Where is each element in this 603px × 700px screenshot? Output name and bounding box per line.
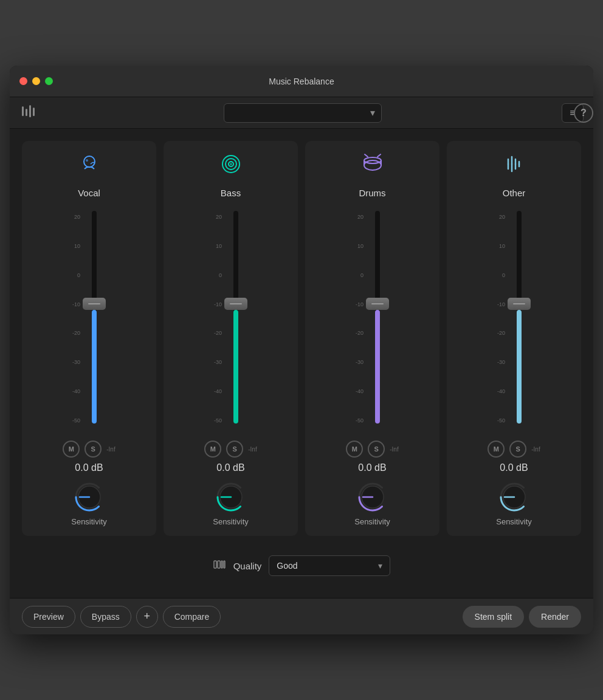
minimize-button[interactable] xyxy=(32,77,40,85)
bass-icon xyxy=(218,151,244,183)
plus-button[interactable]: + xyxy=(136,606,158,628)
drums-name: Drums xyxy=(359,188,385,198)
other-thumb[interactable] xyxy=(508,298,531,310)
bass-controls: M S -Inf xyxy=(171,441,291,458)
bass-fader[interactable] xyxy=(224,211,247,424)
bottom-bar: Preview Bypass + Compare Stem split Rend… xyxy=(10,598,593,634)
maximize-button[interactable] xyxy=(45,77,53,85)
other-fill xyxy=(517,310,522,424)
svg-rect-35 xyxy=(224,561,225,568)
bass-db-value: 0.0 dB xyxy=(216,462,244,473)
other-fader[interactable] xyxy=(508,211,531,424)
other-sensitivity-label: Sensitivity xyxy=(496,517,532,526)
titlebar: Music Rebalance xyxy=(10,66,593,97)
svg-point-11 xyxy=(230,163,232,165)
vocal-fader[interactable] xyxy=(83,211,106,424)
other-db-value: 0.0 dB xyxy=(500,462,528,473)
bass-sensitivity-container: Sensitivity xyxy=(213,481,249,526)
bass-mute-button[interactable]: M xyxy=(204,441,221,458)
stem-split-button[interactable]: Stem split xyxy=(463,606,524,628)
quality-value: Good xyxy=(277,561,297,571)
drums-track xyxy=(375,211,380,424)
other-mute-button[interactable]: M xyxy=(488,441,505,458)
svg-rect-2 xyxy=(29,105,31,117)
svg-rect-0 xyxy=(22,106,24,116)
channel-other: Other 20 10 0 -10 -20 -30 -40 -50 xyxy=(447,141,581,536)
other-sensitivity-container: Sensitivity xyxy=(496,481,532,526)
bass-inf-label: -Inf xyxy=(248,446,257,453)
question-icon: ? xyxy=(581,108,587,118)
help-button[interactable]: ? xyxy=(574,103,593,123)
drums-fader[interactable] xyxy=(366,211,389,424)
bypass-button[interactable]: Bypass xyxy=(80,606,131,628)
quality-chevron-icon: ▾ xyxy=(378,561,382,571)
traffic-lights xyxy=(19,77,53,85)
other-inf-label: -Inf xyxy=(531,446,540,453)
other-solo-button[interactable]: S xyxy=(509,441,526,458)
bass-scale: 20 10 0 -10 -20 -30 -40 -50 xyxy=(214,211,222,424)
bass-track xyxy=(233,211,238,424)
other-icon xyxy=(501,151,528,183)
vocal-name: Vocal xyxy=(78,188,100,198)
drums-scale: 20 10 0 -10 -20 -30 -40 -50 xyxy=(356,211,364,424)
vocal-fader-section: 20 10 0 -10 -20 -30 -40 -50 xyxy=(72,211,106,436)
quality-row: Quality Good ▾ xyxy=(22,548,581,586)
vocal-sensitivity-container: Sensitivity xyxy=(71,481,107,526)
svg-line-19 xyxy=(365,154,368,157)
close-button[interactable] xyxy=(19,77,27,85)
bass-sensitivity-label: Sensitivity xyxy=(213,517,249,526)
vocal-solo-button[interactable]: S xyxy=(84,441,102,458)
quality-icon xyxy=(213,558,226,574)
chevron-down-icon: ▾ xyxy=(370,107,375,118)
drums-thumb[interactable] xyxy=(366,298,389,310)
svg-line-18 xyxy=(377,154,381,157)
bass-sensitivity-knob[interactable] xyxy=(215,481,247,513)
vocal-track xyxy=(92,211,97,424)
drums-inf-label: -Inf xyxy=(390,446,398,453)
main-window: Music Rebalance ▾ ≡ ? xyxy=(10,66,593,634)
svg-rect-33 xyxy=(218,561,220,568)
drums-sensitivity-knob[interactable] xyxy=(356,481,389,513)
vocal-thumb[interactable] xyxy=(83,298,106,310)
render-button[interactable]: Render xyxy=(529,606,581,628)
drums-controls: M S -Inf xyxy=(312,441,432,458)
preview-button[interactable]: Preview xyxy=(22,606,75,628)
vocal-icon xyxy=(76,151,103,183)
drums-solo-button[interactable]: S xyxy=(368,441,385,458)
drums-fill xyxy=(375,310,380,424)
vocal-mute-button[interactable]: M xyxy=(63,441,80,458)
svg-point-5 xyxy=(86,159,88,162)
bass-fader-section: 20 10 0 -10 -20 -30 -40 -50 xyxy=(214,211,247,436)
compare-button[interactable]: Compare xyxy=(163,606,221,628)
svg-rect-3 xyxy=(33,108,35,116)
toolbar: ▾ ≡ ? xyxy=(10,97,593,129)
vocal-thumb-line xyxy=(88,303,100,304)
vocal-scale: 20 10 0 -10 -20 -30 -40 -50 xyxy=(72,211,80,424)
bass-solo-button[interactable]: S xyxy=(226,441,243,458)
bass-fill xyxy=(233,310,238,424)
preset-dropdown[interactable]: ▾ xyxy=(224,103,382,123)
other-fader-section: 20 10 0 -10 -20 -30 -40 -50 xyxy=(497,211,531,436)
vocal-sensitivity-label: Sensitivity xyxy=(71,517,107,526)
channel-bass: Bass 20 10 0 -10 -20 -30 -40 -50 xyxy=(164,141,298,536)
svg-point-4 xyxy=(84,156,95,167)
vocal-sensitivity-knob[interactable] xyxy=(73,481,106,513)
svg-rect-34 xyxy=(221,561,222,568)
drums-mute-button[interactable]: M xyxy=(346,441,363,458)
window-title: Music Rebalance xyxy=(269,77,334,86)
bass-thumb[interactable] xyxy=(224,298,247,310)
drums-icon xyxy=(359,151,386,183)
other-name: Other xyxy=(503,188,526,198)
channel-vocal: Vocal 20 10 0 -10 -20 -30 -40 -50 xyxy=(22,141,156,536)
drums-thumb-line xyxy=(371,303,384,304)
bass-name: Bass xyxy=(221,188,241,198)
vocal-inf-label: -Inf xyxy=(106,446,115,453)
drums-fader-section: 20 10 0 -10 -20 -30 -40 -50 xyxy=(356,211,389,436)
svg-rect-32 xyxy=(214,561,216,568)
other-scale: 20 10 0 -10 -20 -30 -40 -50 xyxy=(497,211,505,424)
other-controls: M S -Inf xyxy=(454,441,574,458)
quality-dropdown[interactable]: Good ▾ xyxy=(269,555,390,576)
other-sensitivity-knob[interactable] xyxy=(498,481,531,513)
app-logo-icon xyxy=(19,103,36,123)
other-thumb-line xyxy=(513,303,525,304)
